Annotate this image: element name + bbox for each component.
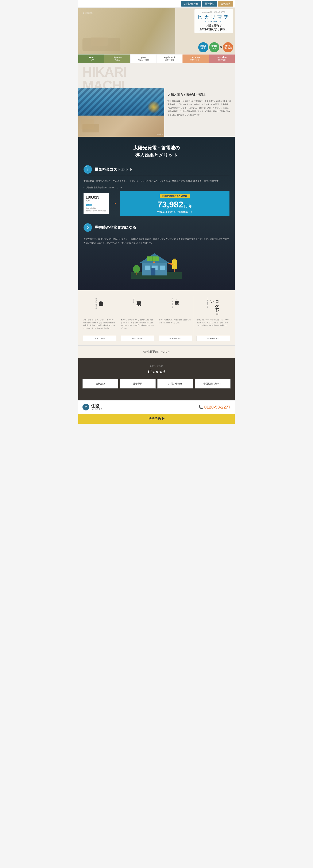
- nav-plan-en: plan: [131, 56, 155, 59]
- after-label: 太陽光発電導入後の光熱費: [85, 210, 107, 212]
- inquiry-button[interactable]: お問い合わせ: [181, 1, 201, 6]
- feature-cityscape-label-en: CITYSCAPE: [95, 298, 97, 309]
- nav-top-en: TOP: [79, 56, 103, 59]
- grandia-label: GRANDIA 富士見市山家２丁目: [198, 11, 230, 13]
- contact-btn-inquiry[interactable]: お問い合わせ: [158, 379, 193, 389]
- feature-equipment: EQUIPMENT 設備・仕様 オール電化住宅で、家族が快適で安全に暮らせる主基…: [157, 296, 194, 343]
- hikari-title-big-1: HIKARI: [82, 65, 231, 79]
- benefit1-desc: 太陽光発電・蓄電池の導入で、でんきをつくり・ためたり・かえしこつかうことができれ…: [83, 179, 230, 183]
- svg-rect-13: [173, 258, 176, 260]
- sim-promo-text: 【太陽光発電導入後の光熱費】: [160, 194, 189, 198]
- contact-label: お問い合わせ: [82, 364, 231, 367]
- feature-plan-title: 間取り: [136, 298, 142, 303]
- benefit2-desc: 停電が起こると家電が使えず不便なだけでなく、冷蔵庫の食材を無駄に、冷暖房が使えな…: [83, 237, 230, 245]
- svg-rect-11: [151, 268, 155, 275]
- contact-btn-brochure[interactable]: 資料請求: [82, 379, 118, 389]
- nav-equipment-ja: 設備・仕様: [158, 59, 182, 61]
- footer-logo: 住 住協 ふじみ野支店: [82, 404, 102, 411]
- badge-battery: 蓄電池付き: [209, 42, 219, 52]
- sim-arrow: →: [111, 200, 117, 207]
- benefit1-num: No. 1: [83, 165, 92, 174]
- feature-location: LOCATION ロケーション 池袋まで約30分、子育てに使いやすい駅や施設も充…: [195, 296, 232, 343]
- hikari-text: 富士見市山家２丁目に誕生した全7棟のオール電化住宅。太陽光パネルと蓄電池を備え、…: [168, 99, 232, 116]
- sim-label: <太陽光発電経済効果シミュレーション>: [83, 186, 230, 189]
- nav-location[interactable]: location ロケーション: [182, 55, 209, 63]
- contact-btn-register[interactable]: 会員登録（無料）: [195, 379, 231, 389]
- nav-overview-en: over view: [210, 56, 234, 59]
- nav-equipment-en: equipment: [158, 56, 182, 59]
- nav-top[interactable]: TOP トップ: [78, 55, 104, 63]
- badge-times: ×: [220, 45, 222, 49]
- benefit2-num: No. 2: [83, 223, 92, 232]
- phone-number: 0120-53-2277: [204, 405, 231, 410]
- nav-location-ja: ロケーション: [183, 59, 208, 61]
- nav-cityscape-en: cityscape: [105, 56, 130, 59]
- feature-cityscape: CITYSCAPE 街並み ブラックとネイビー、フォレストグリーンなど流行りのカ…: [81, 296, 118, 343]
- benefit1-title: 電気料金コストカット: [95, 167, 133, 172]
- svg-rect-4: [147, 256, 159, 261]
- feature-equipment-desc: オール電化住宅で、家族が快適で安全に暮らせる主基盤を施しました。: [159, 318, 192, 333]
- nav-cityscape-ja: 街並み: [105, 59, 130, 61]
- feature-equipment-btn[interactable]: READ MORE: [159, 336, 192, 341]
- badge-solar: 太陽光発電: [198, 42, 208, 52]
- footer-logo-sub: ふじみ野支店: [91, 408, 102, 411]
- feature-plan: PLAN 間取り 趣便やフィーチャリルなどひとつ上を目指す「ヘソッ」をはじめ、非…: [119, 296, 156, 343]
- svg-rect-10: [160, 266, 165, 270]
- after-unit-display: 円/年: [184, 205, 192, 208]
- feature-cityscape-desc: ブラックとネイビー、フォレストグリーンなど流行りのカラーを使い洗練された色合を実…: [83, 318, 116, 333]
- brand-name-en: HIKARIMACHI: [198, 21, 230, 22]
- house-diagram: ⚡: [131, 249, 182, 279]
- svg-text:⚡: ⚡: [173, 264, 175, 266]
- phone-icon: 📞: [199, 405, 203, 409]
- tagline-1: 太陽と暮らす: [198, 24, 230, 27]
- feature-location-label-en: LOCATION: [207, 298, 209, 308]
- after-amount-display: 73,982: [158, 200, 183, 209]
- nav-equipment[interactable]: equipment 設備・仕様: [156, 55, 182, 63]
- feature-plan-desc: 趣便やフィーチャリルなどひとつ上を目指す「ヘソッ」をはじめ、非電機能で良好接続の…: [121, 318, 154, 333]
- tour-button[interactable]: 見学予約: [202, 1, 217, 6]
- current-label: 現在の光熱費: [85, 207, 107, 210]
- nav-plan[interactable]: plan 間取り・仕様: [130, 55, 156, 63]
- nav-overview-ja: 物件概要: [210, 59, 234, 61]
- feature-plan-label-en: PLAN: [133, 298, 135, 303]
- contact-title: Contact: [82, 368, 231, 375]
- footer-logo-text: 住協: [91, 404, 102, 408]
- property-link[interactable]: 物件概要はこちら >: [143, 350, 170, 353]
- nav-plan-ja: 間取り・仕様: [131, 59, 155, 61]
- after-amount-small: 73,982: [85, 204, 92, 206]
- nav-overview[interactable]: over view 物件概要: [209, 55, 235, 63]
- hikari-subtitle: 太陽と暮らす陽だまり街区: [168, 92, 232, 97]
- benefit2-title: 災害時の非常電源になる: [95, 225, 136, 230]
- current-amount: 180,019: [85, 195, 107, 199]
- sticky-tour-button[interactable]: 見学予約 ▶: [78, 414, 235, 424]
- current-unit: 円/年: [85, 199, 107, 203]
- feature-equipment-label-en: EQUIPMENT: [171, 298, 173, 310]
- badge-allelectric: オール電化住宅: [223, 42, 233, 52]
- feature-location-btn[interactable]: READ MORE: [197, 336, 230, 341]
- brochure-button[interactable]: 資料請求: [218, 1, 233, 6]
- brand-name-ja: ヒカリマチ: [198, 14, 230, 21]
- nav-top-ja: トップ: [79, 59, 103, 61]
- feature-location-title: ロケーション: [209, 298, 219, 317]
- feature-plan-btn[interactable]: READ MORE: [121, 336, 154, 341]
- footer-phone: 📞 0120-53-2277: [199, 405, 231, 410]
- nav-location-en: location: [183, 56, 208, 59]
- feature-location-desc: 池袋まで約30分、子育てに使いやすい駅や施設も充実。周辺エリアには、はとにショッ…: [197, 318, 230, 333]
- tagline-2: 全7棟の陽だまり街区。: [198, 27, 230, 31]
- contact-btn-tour[interactable]: 見学予約: [120, 379, 156, 389]
- solar-section-title: 太陽光発電・蓄電池の 導入効果とメリット: [83, 144, 230, 159]
- nav-cityscape[interactable]: cityscape 街並み: [104, 55, 130, 63]
- svg-rect-16: [136, 272, 137, 275]
- feature-cityscape-title: 街並み: [98, 298, 104, 303]
- save-text: 年間おおよそ 106,037円の節約に！！: [123, 210, 226, 213]
- svg-rect-8: [145, 266, 150, 270]
- feature-cityscape-btn[interactable]: READ MORE: [83, 336, 116, 341]
